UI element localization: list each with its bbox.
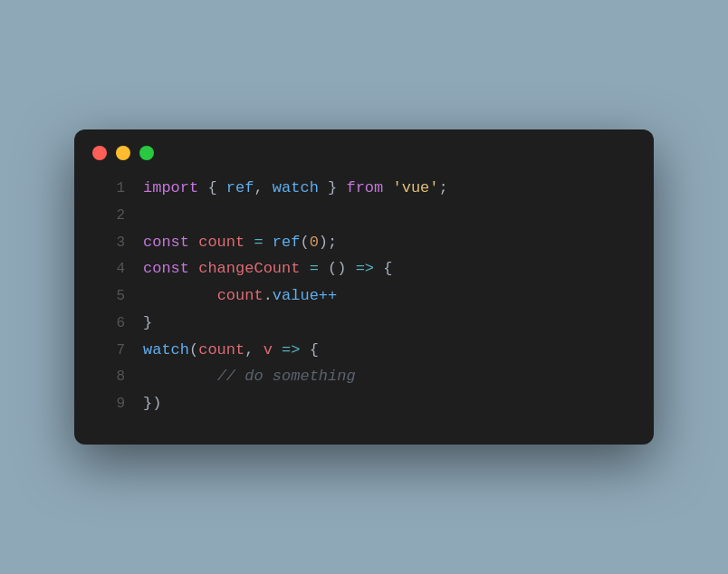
token-indent-8	[143, 363, 217, 390]
code-line-6: 6 }	[92, 310, 636, 337]
line-number-9: 9	[92, 391, 125, 416]
token-space2	[383, 175, 392, 202]
token-paren-close: )	[319, 229, 328, 256]
token-const-3: const	[143, 229, 189, 256]
token-import: import	[143, 175, 198, 202]
token-sp4b	[300, 255, 309, 282]
token-comma-7: ,	[244, 337, 263, 364]
line-2-content	[143, 202, 152, 229]
code-line-3: 3 const count = ref ( 0 ) ;	[92, 229, 636, 256]
line-number-3: 3	[92, 230, 125, 255]
token-sp4	[189, 255, 198, 282]
maximize-button[interactable]	[139, 146, 154, 160]
token-string-vue: 'vue'	[392, 175, 438, 202]
token-count-5: count	[217, 282, 263, 310]
minimize-button[interactable]	[116, 146, 130, 160]
token-sp3c	[263, 229, 273, 256]
token-eq-3: =	[254, 229, 263, 256]
token-ref: ref	[226, 175, 254, 202]
line-8-content: // do something	[143, 363, 356, 390]
line-3-content: const count = ref ( 0 ) ;	[143, 229, 337, 256]
token-count-7: count	[198, 337, 244, 364]
token-brace-close-9: })	[143, 390, 161, 417]
close-button[interactable]	[92, 146, 107, 160]
token-v: v	[263, 337, 273, 364]
token-comma: ,	[254, 175, 272, 202]
token-brace-close: }	[319, 175, 347, 202]
token-count: count	[198, 229, 244, 256]
token-zero: 0	[310, 229, 319, 256]
code-line-9: 9 })	[92, 390, 636, 417]
token-brace-open-4: {	[383, 255, 392, 282]
token-semi-3: ;	[328, 229, 337, 256]
line-number-4: 4	[92, 256, 125, 282]
code-line-8: 8 // do something	[92, 363, 636, 390]
token-parens: ()	[328, 255, 346, 282]
token-watch-7: watch	[143, 337, 189, 364]
code-editor-window: 1 import { ref , watch } from 'vue' ; 2 …	[74, 129, 654, 445]
token-paren-open: (	[300, 229, 309, 256]
token-sp7b	[300, 337, 309, 364]
token-brace-open-7: {	[310, 337, 319, 364]
line-number-8: 8	[92, 364, 125, 389]
token-dot-5: .	[263, 282, 273, 310]
token-sp3	[189, 229, 198, 256]
line-number-1: 1	[92, 176, 125, 201]
token-from: from	[346, 175, 383, 202]
token-arrow-4: =>	[356, 255, 374, 282]
line-5-content: count . value++	[143, 282, 337, 310]
line-6-content: }	[143, 310, 152, 337]
code-line-2: 2	[92, 202, 636, 229]
code-line-4: 4 const changeCount = () => {	[92, 255, 636, 282]
token-arrow-7: =>	[282, 337, 300, 364]
token-comment: // do something	[217, 363, 356, 390]
title-bar	[74, 129, 654, 175]
token-eq-4: =	[310, 255, 319, 282]
token-changecount: changeCount	[198, 255, 300, 282]
line-7-content: watch ( count , v => {	[143, 337, 319, 364]
code-area: 1 import { ref , watch } from 'vue' ; 2 …	[74, 175, 654, 417]
line-1-content: import { ref , watch } from 'vue' ;	[143, 175, 448, 202]
token-space: {	[198, 175, 226, 202]
token-watch: watch	[273, 175, 319, 202]
token-value-pp: value++	[273, 282, 337, 310]
token-paren-open-7: (	[189, 337, 198, 364]
token-sp3b	[244, 229, 254, 256]
token-sp4e	[374, 255, 383, 282]
token-brace-close-6: }	[143, 310, 152, 337]
token-sp4c	[319, 255, 328, 282]
line-4-content: const changeCount = () => {	[143, 255, 392, 282]
token-sp4d	[346, 255, 355, 282]
code-line-1: 1 import { ref , watch } from 'vue' ;	[92, 175, 636, 202]
token-const-4: const	[143, 255, 189, 282]
line-number-6: 6	[92, 311, 125, 336]
line-9-content: })	[143, 390, 161, 417]
code-line-5: 5 count . value++	[92, 282, 636, 310]
token-ref-fn: ref	[273, 229, 301, 256]
token-semicolon: ;	[439, 175, 448, 202]
code-line-7: 7 watch ( count , v => {	[92, 337, 636, 364]
line-number-5: 5	[92, 283, 125, 309]
line-number-7: 7	[92, 338, 125, 363]
token-indent-5	[143, 282, 217, 310]
token-sp7	[273, 337, 282, 364]
line-number-2: 2	[92, 203, 125, 228]
